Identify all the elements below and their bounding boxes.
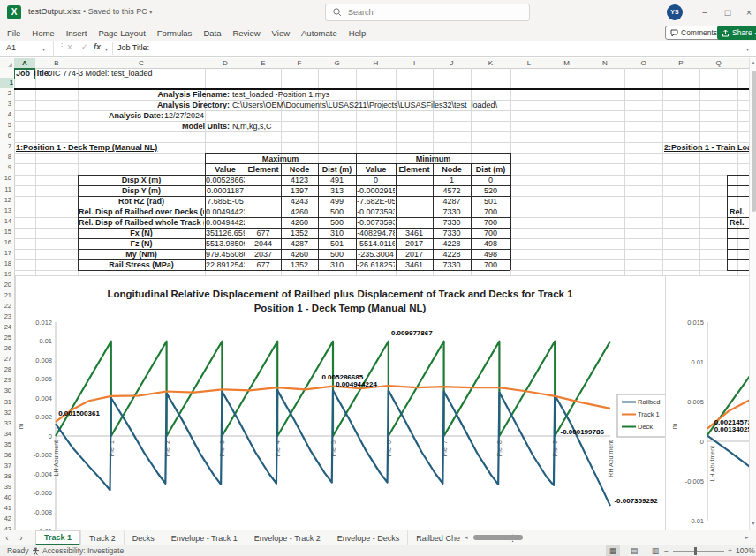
row-header-24[interactable]: 24 (0, 322, 11, 333)
column-header-C[interactable]: C (78, 58, 205, 68)
normal-view-button[interactable]: ▦ (606, 545, 620, 556)
row-header-11[interactable]: 11 (0, 184, 11, 195)
sheet-tab-envelope---track-2[interactable]: Envelope - Track 2 (246, 530, 329, 545)
column-header-J[interactable]: J (433, 58, 471, 68)
vertical-scroll-thumb[interactable] (752, 71, 756, 212)
row-header-42[interactable]: 42 (0, 514, 11, 524)
row-header-19[interactable]: 19 (0, 269, 11, 280)
column-header-Q[interactable]: Q (699, 58, 737, 68)
ribbon-tab-page-layout[interactable]: Page Layout (98, 28, 145, 38)
page-layout-view-button[interactable]: ▤ (627, 545, 641, 556)
column-header-H[interactable]: H (356, 58, 396, 68)
row-header-14[interactable]: 14 (0, 216, 11, 227)
row-header-1[interactable]: 1 (0, 78, 13, 88)
column-header-N[interactable]: N (586, 58, 624, 68)
ribbon-tab-review[interactable]: Review (232, 28, 260, 38)
zoom-in-button[interactable]: + (728, 546, 732, 556)
column-header-M[interactable]: M (548, 58, 586, 68)
zoom-slider[interactable] (673, 551, 724, 552)
zoom-slider-thumb[interactable] (694, 547, 697, 555)
row-header-17[interactable]: 17 (0, 248, 11, 259)
row-header-26[interactable]: 26 (0, 343, 11, 354)
ribbon-tab-home[interactable]: Home (32, 28, 54, 38)
row-header-37[interactable]: 37 (0, 461, 11, 471)
row-header-16[interactable]: 16 (0, 237, 11, 248)
share-button[interactable]: Share ▾ (717, 26, 756, 40)
row-header-36[interactable]: 36 (0, 450, 11, 461)
document-title[interactable]: testOutput.xlsx • Saved to this PC ▾ (28, 7, 152, 16)
formula-bar-expand-icon[interactable]: ▾ (746, 46, 749, 52)
row-header-18[interactable]: 18 (0, 259, 11, 269)
scroll-left-icon[interactable]: ◂ (465, 534, 468, 541)
column-header-L[interactable]: L (510, 58, 548, 68)
row-header-33[interactable]: 33 (0, 418, 11, 429)
page-break-view-button[interactable]: ▥ (648, 545, 662, 556)
ribbon-tab-view[interactable]: View (272, 28, 290, 38)
sheet-tab-track-2[interactable]: Track 2 (80, 530, 124, 545)
tab-nav-right-icon[interactable]: › (14, 533, 28, 543)
row-header-12[interactable]: 12 (0, 195, 11, 206)
row-header-31[interactable]: 31 (0, 397, 11, 408)
row-header-38[interactable]: 38 (0, 471, 11, 482)
row-header-8[interactable]: 8 (0, 152, 11, 162)
column-header-D[interactable]: D (205, 58, 246, 68)
row-header-15[interactable]: 15 (0, 227, 11, 237)
ribbon-tab-automate[interactable]: Automate (301, 28, 337, 38)
row-header-10[interactable]: 10 (0, 173, 11, 184)
column-header-O[interactable]: O (624, 58, 662, 68)
row-header-13[interactable]: 13 (0, 206, 11, 216)
zoom-level[interactable]: 100% (736, 546, 755, 556)
row-header-27[interactable]: 27 (0, 354, 11, 364)
row-header-23[interactable]: 23 (0, 312, 11, 322)
chart-second-partial[interactable]: 0.0150.010.0050-0.005-0.01mLH Abutment0.… (665, 275, 751, 530)
accessibility-status[interactable]: Accessibility: Investigate (42, 546, 124, 556)
comments-button[interactable]: Comments (665, 26, 722, 40)
row-header-7[interactable]: 7 (0, 141, 11, 152)
row-header-39[interactable]: 39 (0, 482, 11, 492)
row-header-29[interactable]: 29 (0, 375, 11, 386)
row-header-40[interactable]: 40 (0, 492, 11, 503)
ribbon-tab-help[interactable]: Help (349, 28, 367, 38)
search-input[interactable]: Search (325, 4, 530, 21)
row-header-35[interactable]: 35 (0, 440, 11, 450)
ribbon-tab-data[interactable]: Data (203, 28, 221, 38)
maximize-button[interactable]: □ (721, 5, 735, 19)
excel-logo-icon[interactable]: X (7, 5, 21, 19)
formula-input[interactable]: Job Title: (117, 43, 149, 52)
cancel-icon[interactable]: × (67, 42, 72, 52)
sheet-tab-envelope---track-1[interactable]: Envelope - Track 1 (163, 530, 246, 545)
zoom-out-button[interactable]: − (664, 546, 669, 556)
row-header-30[interactable]: 30 (0, 386, 11, 396)
horizontal-scrollbar[interactable]: ◂ ▸ (465, 534, 752, 541)
sheet-tab-railbed-che[interactable]: Railbed Che (407, 530, 468, 545)
close-button[interactable]: × (742, 5, 756, 19)
row-header-41[interactable]: 41 (0, 503, 11, 514)
row-header-9[interactable]: 9 (0, 162, 11, 173)
vertical-scrollbar[interactable]: ▲ ▼ (749, 58, 756, 530)
column-header-F[interactable]: F (281, 58, 318, 68)
horizontal-scroll-thumb[interactable] (473, 535, 523, 540)
avatar[interactable]: YS (667, 4, 683, 20)
ribbon-tab-insert[interactable]: Insert (66, 28, 87, 38)
row-header-34[interactable]: 34 (0, 429, 11, 440)
chart-track1[interactable]: Longitudinal Relative Displacement of Ra… (15, 275, 666, 530)
sheet-tab-track-1[interactable]: Track 1 (35, 530, 80, 545)
sheet-tab-envelope---decks[interactable]: Envelope - Decks (329, 530, 408, 545)
ribbon-tab-formulas[interactable]: Formulas (157, 28, 193, 38)
tab-nav-left-icon[interactable]: ‹ (0, 533, 14, 543)
row-header-20[interactable]: 20 (0, 280, 11, 290)
name-box[interactable]: A1 ▾ (0, 41, 54, 56)
column-header-K[interactable]: K (471, 58, 510, 68)
scroll-down-icon[interactable]: ▼ (750, 521, 756, 526)
row-headers[interactable]: 1234567891011121314151617181920212223242… (0, 68, 15, 530)
row-header-6[interactable]: 6 (0, 131, 11, 141)
scroll-up-icon[interactable]: ▲ (750, 60, 756, 65)
column-header-P[interactable]: P (662, 58, 699, 68)
ribbon-tab-file[interactable]: File (7, 28, 20, 38)
column-header-I[interactable]: I (396, 58, 433, 68)
column-header-E[interactable]: E (246, 58, 281, 68)
column-header-G[interactable]: G (318, 58, 356, 68)
insert-function-icon[interactable]: fx (94, 42, 101, 51)
row-header-28[interactable]: 28 (0, 364, 11, 375)
row-header-22[interactable]: 22 (0, 301, 11, 312)
